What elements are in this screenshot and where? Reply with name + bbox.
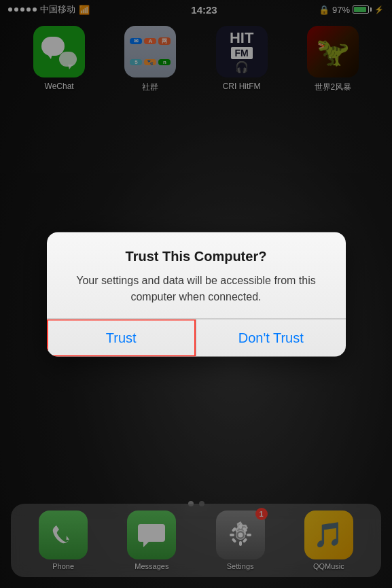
alert-message: Your settings and data will be accessibl… bbox=[66, 272, 327, 305]
dont-trust-button[interactable]: Don't Trust bbox=[196, 319, 346, 356]
alert-buttons: Trust Don't Trust bbox=[47, 319, 346, 356]
trust-computer-dialog: Trust This Computer? Your settings and d… bbox=[47, 232, 346, 356]
alert-box: Trust This Computer? Your settings and d… bbox=[47, 232, 346, 356]
alert-content: Trust This Computer? Your settings and d… bbox=[47, 232, 346, 305]
trust-button[interactable]: Trust bbox=[47, 319, 197, 356]
alert-title: Trust This Computer? bbox=[66, 248, 327, 264]
